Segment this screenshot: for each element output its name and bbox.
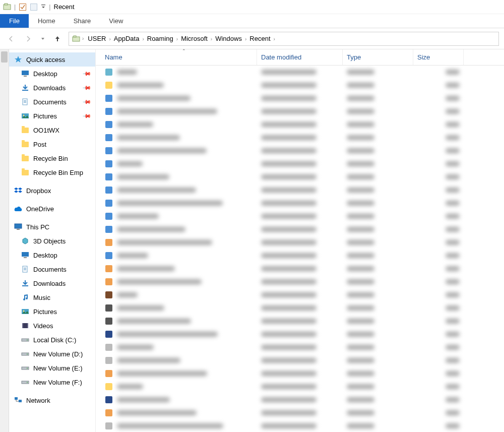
qat-dropdown-icon[interactable] — [41, 3, 46, 11]
file-size — [413, 383, 464, 391]
chevron-right-icon[interactable]: › — [108, 36, 111, 42]
file-icon — [105, 317, 113, 325]
sidebar-item[interactable]: Downloads📌 — [9, 81, 95, 95]
sidebar-item-this-pc[interactable]: This PC — [9, 220, 95, 234]
sidebar-item[interactable]: Music — [9, 290, 95, 304]
table-row[interactable] — [96, 183, 504, 197]
sidebar-item-label: Dropbox — [26, 187, 95, 195]
sidebar-item[interactable]: New Volume (F:) — [9, 375, 95, 389]
sidebar-item[interactable]: Pictures📌 — [9, 109, 95, 123]
table-row[interactable] — [96, 301, 504, 315]
file-name — [117, 200, 223, 207]
sidebar-item[interactable]: Desktop📌 — [9, 67, 95, 81]
table-row[interactable] — [96, 210, 504, 223]
up-button[interactable] — [51, 33, 64, 45]
sidebar-item[interactable]: Desktop — [9, 248, 95, 262]
table-row[interactable] — [96, 328, 504, 341]
file-date — [257, 147, 343, 155]
table-row[interactable] — [96, 157, 504, 170]
sidebar-item[interactable]: Downloads — [9, 276, 95, 290]
table-row[interactable] — [96, 341, 504, 354]
table-row[interactable] — [96, 419, 504, 432]
file-date — [257, 383, 343, 391]
table-row[interactable] — [96, 406, 504, 419]
file-date — [257, 422, 343, 430]
table-row[interactable] — [96, 131, 504, 144]
address-bar[interactable]: › USER›AppData›Roaming›Microsoft›Windows… — [69, 32, 499, 46]
table-row[interactable] — [96, 170, 504, 183]
sidebar-item[interactable]: Recycle Bin — [9, 151, 95, 165]
sidebar-item-quick-access[interactable]: Quick access — [9, 52, 95, 67]
tab-home[interactable]: Home — [29, 14, 65, 28]
sidebar-item[interactable]: Pictures — [9, 304, 95, 319]
table-row[interactable] — [96, 380, 504, 393]
breadcrumb-segment[interactable]: Microsoft — [179, 35, 210, 42]
table-row[interactable] — [96, 288, 504, 301]
table-row[interactable] — [96, 92, 504, 105]
breadcrumb-segment[interactable]: USER — [86, 35, 108, 42]
table-row[interactable] — [96, 354, 504, 367]
recent-locations-button[interactable] — [39, 33, 46, 45]
svg-rect-24 — [22, 285, 28, 286]
table-row[interactable] — [96, 79, 504, 92]
sidebar-item[interactable]: Videos — [9, 319, 95, 333]
sidebar-item-onedrive[interactable]: OneDrive — [9, 202, 95, 216]
sidebar-item[interactable]: New Volume (D:) — [9, 347, 95, 361]
downloads-icon — [21, 84, 29, 92]
table-row[interactable] — [96, 223, 504, 236]
table-row[interactable] — [96, 197, 504, 210]
tab-share[interactable]: Share — [65, 14, 100, 28]
column-name[interactable]: Name ⌃ — [101, 49, 257, 65]
sidebar-item-network[interactable]: Network — [9, 393, 95, 407]
chevron-right-icon[interactable]: › — [141, 36, 145, 42]
breadcrumb-segment[interactable]: Roaming — [145, 35, 175, 42]
back-button[interactable] — [5, 33, 17, 45]
file-icon — [105, 186, 113, 194]
sidebar-item[interactable]: Documents — [9, 262, 95, 276]
file-size — [413, 213, 464, 220]
forward-button[interactable] — [22, 33, 34, 45]
column-type[interactable]: Type — [343, 49, 413, 65]
qat-checkbox-icon[interactable] — [19, 3, 27, 11]
tab-view[interactable]: View — [100, 14, 132, 28]
tab-file[interactable]: File — [0, 14, 29, 28]
onedrive-icon — [14, 205, 22, 213]
column-size[interactable]: Size — [413, 49, 464, 65]
breadcrumb-segment[interactable]: Windows — [213, 35, 244, 42]
chevron-right-icon[interactable]: › — [81, 36, 85, 41]
table-row[interactable] — [96, 66, 504, 79]
svg-rect-38 — [15, 397, 18, 400]
file-type — [343, 213, 413, 220]
table-row[interactable] — [96, 315, 504, 328]
downloads-icon — [21, 279, 29, 287]
table-row[interactable] — [96, 105, 504, 118]
sidebar-item-label: Desktop — [33, 70, 79, 78]
chevron-right-icon[interactable]: › — [273, 36, 276, 42]
table-row[interactable] — [96, 249, 504, 262]
table-row[interactable] — [96, 118, 504, 131]
sidebar-item[interactable]: Recycle Bin Emp — [9, 165, 95, 179]
drive-icon — [21, 378, 29, 386]
qat-blank-icon[interactable] — [30, 3, 38, 11]
sidebar-item[interactable]: Local Disk (C:) — [9, 333, 95, 347]
sidebar-scrollbar[interactable] — [0, 49, 9, 432]
file-type — [343, 121, 413, 129]
table-row[interactable] — [96, 144, 504, 157]
sidebar-item[interactable]: Post — [9, 137, 95, 151]
breadcrumb-segment[interactable]: AppData — [112, 35, 142, 42]
table-row[interactable] — [96, 393, 504, 406]
sidebar-item-dropbox[interactable]: Dropbox — [9, 183, 95, 198]
column-date-modified[interactable]: Date modified — [257, 49, 343, 65]
sidebar-item[interactable]: 3D Objects — [9, 234, 95, 248]
sidebar-item[interactable]: New Volume (E:) — [9, 361, 95, 375]
breadcrumb-segment[interactable]: Recent — [247, 35, 272, 42]
file-date — [257, 95, 343, 102]
table-row[interactable] — [96, 236, 504, 249]
folder-icon — [21, 140, 29, 148]
sidebar-item[interactable]: OO1tWX — [9, 123, 95, 137]
sidebar-item[interactable]: Documents📌 — [9, 95, 95, 109]
table-row[interactable] — [96, 275, 504, 288]
table-row[interactable] — [96, 262, 504, 275]
file-name — [117, 278, 202, 286]
table-row[interactable] — [96, 367, 504, 380]
